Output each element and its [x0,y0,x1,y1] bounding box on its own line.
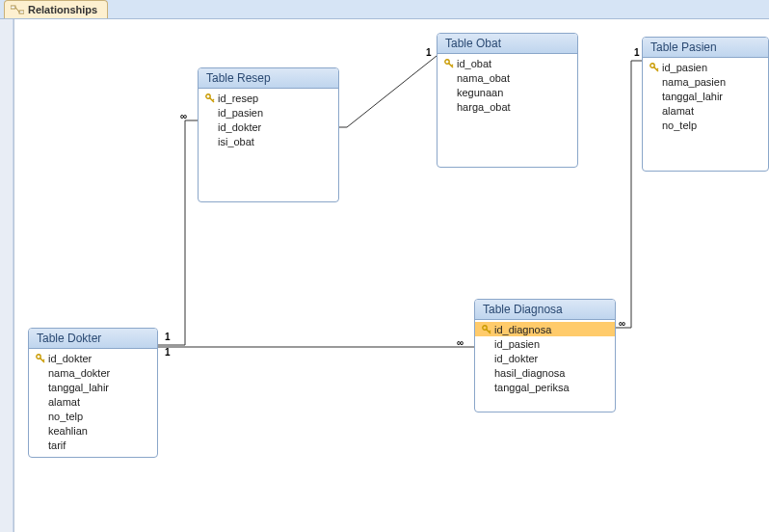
cardinality-one: 1 [165,348,171,358]
field-name: id_diagnosa [494,324,551,335]
table-title[interactable]: Table Dokter [29,329,157,349]
svg-line-11 [452,65,454,66]
field-row[interactable]: id_diagnosa [475,322,615,336]
table-resep[interactable]: Table Resep id_resep id_pasien id_dokter… [198,67,339,202]
relationships-icon [11,4,24,15]
field-name: tanggal_lahir [48,382,109,393]
field-row[interactable]: alamat [643,103,768,118]
field-name: kegunaan [457,87,503,98]
field-row[interactable]: tanggal_lahir [643,89,768,103]
svg-line-14 [490,331,491,332]
field-name: nama_pasien [662,76,726,88]
field-row[interactable]: keahlian [29,423,157,438]
cardinality-one: 1 [165,332,171,342]
field-row[interactable]: tarif [29,438,157,452]
key-icon [36,354,45,363]
field-name: id_resep [218,93,258,104]
field-name: no_telp [48,411,83,422]
key-icon [444,59,454,68]
table-obat[interactable]: Table Obat id_obat nama_obat kegunaan ha… [437,33,578,168]
field-row[interactable]: id_pasien [643,60,768,74]
cardinality-one: 1 [634,48,640,58]
field-name: tanggal_periksa [494,382,570,393]
field-row[interactable]: id_dokter [199,120,338,134]
field-name: alamat [48,396,80,408]
table-body: id_pasien nama_pasien tanggal_lahir alam… [643,58,768,134]
table-body: id_resep id_pasien id_dokter isi_obat [199,89,338,150]
field-name: no_telp [662,120,697,131]
field-name: harga_obat [457,101,511,113]
field-name: id_dokter [48,353,92,364]
svg-line-17 [657,68,659,70]
field-row[interactable]: id_resep [199,91,338,105]
table-title[interactable]: Table Diagnosa [475,300,615,320]
field-row[interactable]: tanggal_periksa [475,380,615,394]
field-row[interactable]: alamat [29,394,157,409]
field-name: tanggal_lahir [662,91,723,102]
field-name: hasil_diagnosa [494,367,565,379]
field-row[interactable]: kegunaan [438,85,577,99]
cardinality-many: ∞ [180,112,187,121]
cardinality-many: ∞ [457,338,464,348]
field-name: id_dokter [218,121,261,133]
cardinality-many: ∞ [619,319,625,329]
table-diagnosa[interactable]: Table Diagnosa id_diagnosa id_pasien id_… [474,299,616,412]
left-gutter [0,19,13,532]
table-dokter[interactable]: Table Dokter id_dokter nama_dokter tangg… [28,328,158,458]
field-row[interactable]: no_telp [643,118,768,132]
key-icon [650,63,659,72]
field-row[interactable]: id_dokter [29,351,157,365]
field-row[interactable]: id_pasien [475,336,615,351]
table-title[interactable]: Table Obat [438,34,577,54]
field-name: isi_obat [218,136,254,147]
field-row[interactable]: no_telp [29,409,157,423]
field-name: alamat [662,105,694,117]
field-name: id_pasien [218,107,263,119]
table-body: id_dokter nama_dokter tanggal_lahir alam… [29,349,157,454]
field-row[interactable]: tanggal_lahir [29,380,157,394]
svg-rect-1 [19,11,24,13]
field-name: id_pasien [494,338,540,350]
key-icon [205,93,215,103]
field-row[interactable]: id_dokter [475,351,615,365]
field-row[interactable]: id_pasien [199,105,338,120]
relationships-tab[interactable]: Relationships [4,0,108,18]
field-name: keahlian [48,425,88,437]
tab-label: Relationships [28,4,97,15]
field-name: nama_obat [457,72,510,84]
table-body: id_diagnosa id_pasien id_dokter hasil_di… [475,320,615,396]
key-icon [482,325,491,334]
field-name: id_obat [457,58,491,69]
svg-line-2 [15,8,19,13]
table-title[interactable]: Table Pasien [643,38,768,58]
field-row[interactable]: nama_obat [438,70,577,85]
field-name: id_dokter [494,353,538,364]
svg-rect-0 [11,6,15,9]
svg-line-8 [213,99,215,101]
field-name: tarif [48,439,66,451]
field-row[interactable]: isi_obat [199,134,338,148]
table-title[interactable]: Table Resep [199,68,338,89]
cardinality-one: 1 [426,48,432,58]
svg-line-5 [43,359,45,361]
field-row[interactable]: hasil_diagnosa [475,365,615,380]
table-pasien[interactable]: Table Pasien id_pasien nama_pasien tangg… [642,37,769,172]
field-row[interactable]: id_obat [438,56,577,70]
field-name: nama_dokter [48,367,110,379]
tab-bar: Relationships [0,0,769,19]
field-row[interactable]: nama_dokter [29,365,157,380]
field-row[interactable]: nama_pasien [643,74,768,89]
table-body: id_obat nama_obat kegunaan harga_obat [438,54,577,116]
field-row[interactable]: harga_obat [438,99,577,114]
field-name: id_pasien [662,62,707,73]
relationships-canvas[interactable]: 1 ∞ 1 ∞ 1 ∞ 1 ∞ Table Dokter id_dokter n… [13,19,769,532]
